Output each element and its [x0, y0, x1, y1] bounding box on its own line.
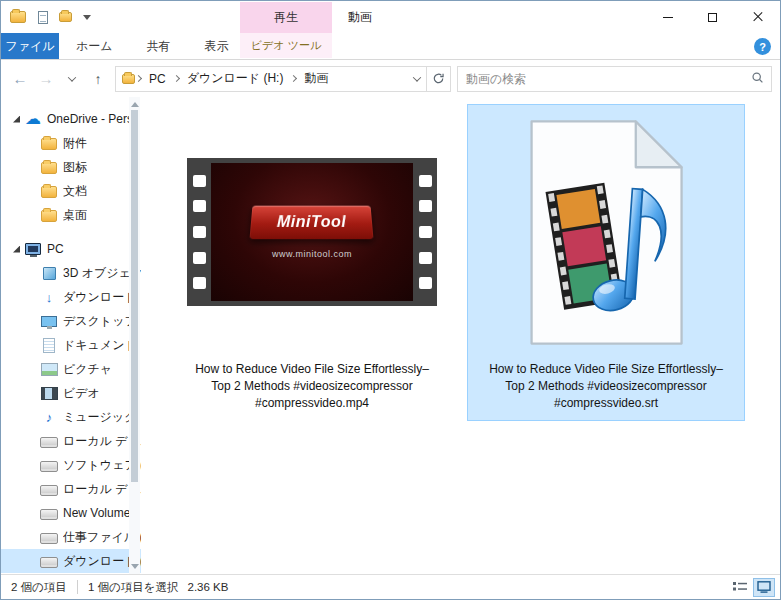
- search-input[interactable]: [466, 72, 751, 86]
- sidebar-item[interactable]: ミュージック: [1, 405, 141, 429]
- breadcrumb-drive[interactable]: ダウンロード (H:): [180, 67, 291, 91]
- expander-icon[interactable]: [27, 436, 38, 447]
- expander-icon[interactable]: [27, 532, 38, 543]
- customize-toolbar-chevron-icon[interactable]: [83, 15, 91, 20]
- tab-view[interactable]: 表示: [188, 33, 246, 59]
- tab-file[interactable]: ファイル: [1, 33, 59, 59]
- computer-icon: [24, 241, 42, 257]
- minimize-button[interactable]: [645, 1, 690, 33]
- search-box[interactable]: [457, 66, 772, 92]
- sidebar-item[interactable]: 3D オブジェクト: [1, 261, 141, 285]
- status-bar: 2 個の項目 1 個の項目を選択 2.36 KB: [1, 574, 780, 599]
- refresh-icon: [432, 72, 445, 85]
- address-dropdown-button[interactable]: [408, 67, 426, 91]
- file-name: How to Reduce Video File Size Effortless…: [489, 361, 723, 412]
- expander-icon[interactable]: [27, 186, 38, 197]
- thumbnails-view-icon: [757, 581, 771, 593]
- disk-icon: [40, 553, 58, 569]
- expander-icon[interactable]: [27, 508, 38, 519]
- music-icon: [40, 409, 58, 425]
- expander-icon[interactable]: [27, 412, 38, 423]
- sidebar-item[interactable]: PC: [1, 237, 141, 261]
- properties-icon[interactable]: [38, 11, 48, 24]
- tab-share[interactable]: 共有: [130, 33, 188, 59]
- expander-icon[interactable]: [11, 114, 22, 125]
- maximize-icon: [708, 13, 717, 22]
- details-view-button[interactable]: [729, 578, 751, 597]
- disk-icon: [40, 481, 58, 497]
- expander-icon[interactable]: [27, 556, 38, 567]
- file-tile[interactable]: How to Reduce Video File Size Effortless…: [467, 104, 745, 421]
- new-folder-icon[interactable]: [59, 12, 72, 22]
- sidebar-item-label: New Volume (: [63, 506, 138, 520]
- video-icon: [40, 385, 58, 401]
- titlebar[interactable]: 再生 動画: [1, 1, 780, 33]
- filmstrip-sprockets: [413, 158, 437, 306]
- sidebar-item[interactable]: デスクトップ: [1, 309, 141, 333]
- expander-icon[interactable]: [11, 244, 22, 255]
- address-bar[interactable]: PC ダウンロード (H:) 動画: [115, 66, 427, 92]
- up-button[interactable]: ↑: [85, 66, 111, 92]
- details-view-icon: [733, 581, 747, 593]
- sidebar-item[interactable]: ドキュメント: [1, 333, 141, 357]
- quick-access-toolbar: [38, 11, 91, 24]
- file-icon-area: [470, 107, 742, 357]
- sidebar-item[interactable]: 图标: [1, 155, 141, 179]
- sidebar-item[interactable]: ビデオ: [1, 381, 141, 405]
- expander-icon[interactable]: [27, 292, 38, 303]
- recent-locations-button[interactable]: [59, 66, 85, 92]
- search-icon[interactable]: [751, 70, 764, 88]
- expander-icon[interactable]: [27, 138, 38, 149]
- expander-icon[interactable]: [27, 484, 38, 495]
- expander-icon[interactable]: [27, 340, 38, 351]
- document-icon: [40, 337, 58, 353]
- sidebar-item[interactable]: 桌面: [1, 203, 141, 227]
- selection-size: 2.36 KB: [188, 581, 229, 593]
- file-name: How to Reduce Video File Size Effortless…: [195, 361, 429, 412]
- thumbnails-view-button[interactable]: [753, 578, 775, 597]
- file-list[interactable]: MiniTool www.minitool.com How to Reduce …: [141, 97, 780, 574]
- sidebar-item[interactable]: ダウンロード: [1, 285, 141, 309]
- scrollbar-thumb[interactable]: [131, 110, 138, 482]
- help-button[interactable]: ?: [754, 38, 771, 55]
- sidebar-item[interactable]: ダウンロード (H:): [1, 549, 141, 573]
- maximize-button[interactable]: [690, 1, 735, 33]
- folder-icon: [40, 135, 58, 151]
- disk-icon: [40, 457, 58, 473]
- contextual-tab-play[interactable]: 再生: [240, 2, 332, 33]
- expander-icon[interactable]: [27, 210, 38, 221]
- breadcrumb-pc[interactable]: PC: [142, 67, 173, 91]
- chevron-down-icon: [413, 73, 421, 81]
- scroll-up-arrow-icon[interactable]: [131, 102, 139, 107]
- expander-icon[interactable]: [27, 162, 38, 173]
- expander-icon[interactable]: [27, 460, 38, 471]
- sidebar-item[interactable]: 附件: [1, 131, 141, 155]
- sidebar-item[interactable]: 文档: [1, 179, 141, 203]
- sidebar-scrollbar[interactable]: [129, 97, 140, 574]
- tab-home[interactable]: ホーム: [59, 33, 130, 59]
- sidebar-item[interactable]: ソフトウェア (D:): [1, 453, 141, 477]
- refresh-button[interactable]: [427, 66, 451, 92]
- sidebar-item[interactable]: ローカル ディスク: [1, 477, 141, 501]
- sidebar-item[interactable]: New Volume (: [1, 501, 141, 525]
- expander-icon[interactable]: [27, 388, 38, 399]
- expander-icon[interactable]: [27, 316, 38, 327]
- sidebar-item[interactable]: OneDrive - Pers: [1, 107, 141, 131]
- contextual-group-video-tools[interactable]: ビデオ ツール: [240, 33, 332, 58]
- forward-button[interactable]: →: [33, 66, 59, 92]
- sidebar-item-label: PC: [47, 242, 64, 256]
- thumbnail-logo-text: MiniTool: [250, 206, 374, 240]
- breadcrumb-current-folder[interactable]: 動画: [297, 67, 335, 91]
- scroll-down-arrow-icon[interactable]: [131, 564, 139, 569]
- sidebar-item[interactable]: ピクチャ: [1, 357, 141, 381]
- expander-icon[interactable]: [27, 268, 38, 279]
- sidebar-item[interactable]: ローカル ディスク: [1, 429, 141, 453]
- sidebar-item[interactable]: 仕事ファイル (G: [1, 525, 141, 549]
- breadcrumb-chevron-icon: [173, 75, 180, 82]
- sidebar-item-label: ミュージック: [63, 409, 136, 426]
- close-button[interactable]: [735, 1, 780, 33]
- file-tile[interactable]: MiniTool www.minitool.com How to Reduce …: [173, 104, 451, 421]
- expander-icon[interactable]: [27, 364, 38, 375]
- back-button[interactable]: ←: [7, 66, 33, 92]
- explorer-window: 再生 動画 ファイル ホーム 共有 表示 ビデオ ツール ? ← → ↑ PC …: [0, 0, 781, 600]
